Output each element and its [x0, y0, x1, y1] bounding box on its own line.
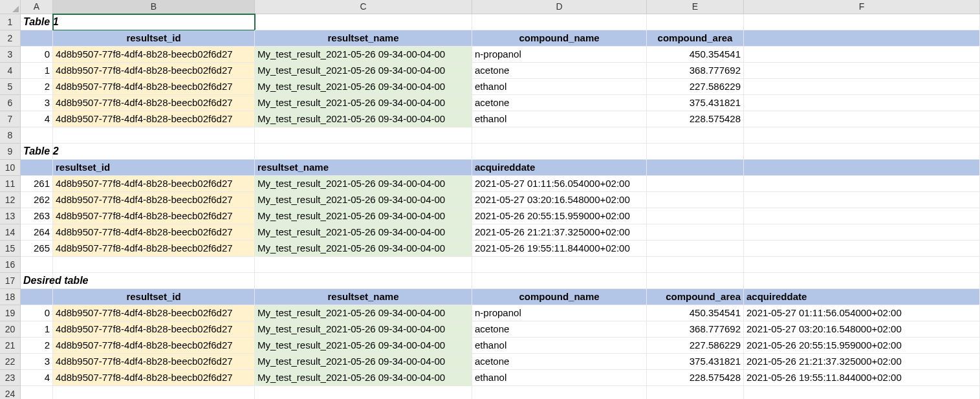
row-header-17[interactable]: 17	[0, 273, 21, 289]
cell-B8[interactable]	[53, 127, 255, 144]
header3-compound-name[interactable]: compound_name	[472, 289, 647, 305]
title-table2[interactable]: Table 2	[21, 144, 53, 160]
t3-area[interactable]: 227.586229	[647, 338, 744, 354]
t1-guid[interactable]: 4d8b9507-77f8-4df4-8b28-beecb02f6d27	[53, 47, 255, 63]
t2-guid[interactable]: 4d8b9507-77f8-4df4-8b28-beecb02f6d27	[53, 208, 255, 224]
t3-idx[interactable]: 4	[21, 370, 53, 386]
t3-idx[interactable]: 2	[21, 338, 53, 354]
cell-A10[interactable]	[21, 160, 53, 176]
cell-E12[interactable]	[647, 192, 744, 208]
row-header-22[interactable]: 22	[0, 354, 21, 370]
t3-idx[interactable]: 1	[21, 321, 53, 338]
cell-F12[interactable]	[744, 192, 980, 208]
t1-compound[interactable]: ethanol	[472, 111, 647, 127]
t3-area[interactable]: 450.354541	[647, 305, 744, 321]
cell-D8[interactable]	[472, 127, 647, 144]
row-header-9[interactable]: 9	[0, 144, 21, 160]
cell-E1[interactable]	[647, 14, 744, 30]
t3-compound[interactable]: ethanol	[472, 338, 647, 354]
cell-D17[interactable]	[472, 273, 647, 289]
t2-rsname[interactable]: My_test_result_2021-05-26 09-34-00-04-00	[255, 176, 472, 192]
t3-area[interactable]: 375.431821	[647, 354, 744, 370]
title-table1[interactable]: Table 1	[21, 14, 53, 30]
cell-E8[interactable]	[647, 127, 744, 144]
t3-acq[interactable]: 2021-05-26 20:55:15.959000+02:00	[744, 338, 980, 354]
cell-D1[interactable]	[472, 14, 647, 30]
t3-idx[interactable]: 3	[21, 354, 53, 370]
t3-guid[interactable]: 4d8b9507-77f8-4df4-8b28-beecb02f6d27	[53, 370, 255, 386]
header-blank[interactable]	[744, 30, 980, 47]
t3-area[interactable]: 368.777692	[647, 321, 744, 338]
t2-idx[interactable]: 261	[21, 176, 53, 192]
cell-F10[interactable]	[744, 160, 980, 176]
col-header-D[interactable]: D	[472, 0, 647, 14]
cell-B16[interactable]	[53, 257, 255, 273]
t1-compound[interactable]: acetone	[472, 95, 647, 111]
t1-idx[interactable]: 1	[21, 63, 53, 79]
cell-F8[interactable]	[744, 127, 980, 144]
t2-acq[interactable]: 2021-05-26 21:21:37.325000+02:00	[472, 224, 647, 241]
t3-compound[interactable]: acetone	[472, 321, 647, 338]
cell-F11[interactable]	[744, 176, 980, 192]
t1-guid[interactable]: 4d8b9507-77f8-4df4-8b28-beecb02f6d27	[53, 111, 255, 127]
t3-guid[interactable]: 4d8b9507-77f8-4df4-8b28-beecb02f6d27	[53, 354, 255, 370]
row-header-19[interactable]: 19	[0, 305, 21, 321]
t2-idx[interactable]: 264	[21, 224, 53, 241]
t3-acq[interactable]: 2021-05-27 01:11:56.054000+02:00	[744, 305, 980, 321]
t3-area[interactable]: 228.575428	[647, 370, 744, 386]
t1-rsname[interactable]: My_test_result_2021-05-26 09-34-00-04-00	[255, 111, 472, 127]
cell-D9[interactable]	[472, 144, 647, 160]
header3-compound-area[interactable]: compound_area	[647, 289, 744, 305]
t3-compound[interactable]: acetone	[472, 354, 647, 370]
t3-guid[interactable]: 4d8b9507-77f8-4df4-8b28-beecb02f6d27	[53, 321, 255, 338]
header2-resultset-id[interactable]: resultset_id	[53, 160, 255, 176]
t2-idx[interactable]: 265	[21, 241, 53, 257]
row-header-21[interactable]: 21	[0, 338, 21, 354]
t2-rsname[interactable]: My_test_result_2021-05-26 09-34-00-04-00	[255, 241, 472, 257]
cell-A8[interactable]	[21, 127, 53, 144]
cell-C16[interactable]	[255, 257, 472, 273]
t1-guid[interactable]: 4d8b9507-77f8-4df4-8b28-beecb02f6d27	[53, 63, 255, 79]
header-resultset-name[interactable]: resultset_name	[255, 30, 472, 47]
t1-area[interactable]: 368.777692	[647, 63, 744, 79]
col-header-E[interactable]: E	[647, 0, 744, 14]
t1-area[interactable]: 227.586229	[647, 79, 744, 95]
cell-F17[interactable]	[744, 273, 980, 289]
t3-guid[interactable]: 4d8b9507-77f8-4df4-8b28-beecb02f6d27	[53, 305, 255, 321]
cell-A2[interactable]	[21, 30, 53, 47]
cell-E13[interactable]	[647, 208, 744, 224]
t2-guid[interactable]: 4d8b9507-77f8-4df4-8b28-beecb02f6d27	[53, 224, 255, 241]
t2-rsname[interactable]: My_test_result_2021-05-26 09-34-00-04-00	[255, 192, 472, 208]
t1-rsname[interactable]: My_test_result_2021-05-26 09-34-00-04-00	[255, 47, 472, 63]
t2-idx[interactable]: 263	[21, 208, 53, 224]
row-header-23[interactable]: 23	[0, 370, 21, 386]
cell-A16[interactable]	[21, 257, 53, 273]
row-header-13[interactable]: 13	[0, 208, 21, 224]
t2-idx[interactable]: 262	[21, 192, 53, 208]
col-header-A[interactable]: A	[21, 0, 53, 14]
cell-F14[interactable]	[744, 224, 980, 241]
row-header-4[interactable]: 4	[0, 63, 21, 79]
cell-C17[interactable]	[255, 273, 472, 289]
header3-acquireddate[interactable]: acquireddate	[744, 289, 980, 305]
cell-B1[interactable]	[53, 14, 255, 30]
t1-guid[interactable]: 4d8b9507-77f8-4df4-8b28-beecb02f6d27	[53, 79, 255, 95]
header-compound-name[interactable]: compound_name	[472, 30, 647, 47]
t3-rsname[interactable]: My_test_result_2021-05-26 09-34-00-04-00	[255, 370, 472, 386]
cell-F13[interactable]	[744, 208, 980, 224]
t1-compound[interactable]: ethanol	[472, 79, 647, 95]
row-header-14[interactable]: 14	[0, 224, 21, 241]
t3-rsname[interactable]: My_test_result_2021-05-26 09-34-00-04-00	[255, 338, 472, 354]
t2-rsname[interactable]: My_test_result_2021-05-26 09-34-00-04-00	[255, 224, 472, 241]
t1-idx[interactable]: 2	[21, 79, 53, 95]
t3-rsname[interactable]: My_test_result_2021-05-26 09-34-00-04-00	[255, 354, 472, 370]
cell-C1[interactable]	[255, 14, 472, 30]
header-resultset-id[interactable]: resultset_id	[53, 30, 255, 47]
cell-D24[interactable]	[472, 386, 647, 399]
title-desired[interactable]: Desired table	[21, 273, 53, 289]
cell-B24[interactable]	[53, 386, 255, 399]
cell-E10[interactable]	[647, 160, 744, 176]
header-compound-area[interactable]: compound_area	[647, 30, 744, 47]
t1-guid[interactable]: 4d8b9507-77f8-4df4-8b28-beecb02f6d27	[53, 95, 255, 111]
cell-C9[interactable]	[255, 144, 472, 160]
